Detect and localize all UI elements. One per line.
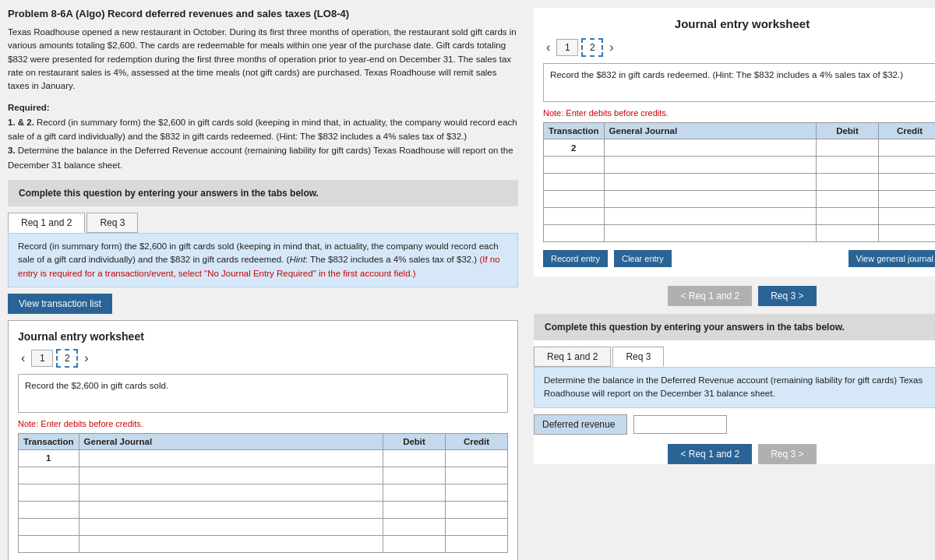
deferred-revenue-row: Deferred revenue <box>534 414 935 435</box>
left-je-row <box>19 501 508 518</box>
left-je-gj-input[interactable] <box>83 470 379 480</box>
right-je-debit-input[interactable] <box>820 178 875 187</box>
left-je-gj-input[interactable] <box>83 453 379 463</box>
right-je-credit-input[interactable] <box>882 229 935 238</box>
right-je-panel: Journal entry worksheet ‹ 1 2 › Record t… <box>534 8 935 276</box>
left-je-prev-btn[interactable]: ‹ <box>18 350 28 367</box>
bottom-right-tab-req3[interactable]: Req 3 <box>612 347 664 367</box>
left-je-gj-input[interactable] <box>83 539 379 548</box>
left-je-credit-input[interactable] <box>449 470 504 480</box>
view-transaction-list-button[interactable]: View transaction list <box>8 294 112 314</box>
right-je-page1[interactable]: 1 <box>556 39 578 56</box>
deferred-revenue-label: Deferred revenue <box>534 414 627 435</box>
blue-info-box: Record (in summary form) the $2,600 in g… <box>8 233 518 287</box>
right-je-row <box>544 208 936 225</box>
deferred-revenue-input[interactable] <box>633 415 727 434</box>
right-je-credit-input[interactable] <box>882 195 935 204</box>
problem-paragraph: Texas Roadhouse opened a new restaurant … <box>8 26 518 93</box>
bottom-prev-nav-button[interactable]: < Req 1 and 2 <box>668 444 752 464</box>
right-je-credit-input[interactable] <box>882 212 935 221</box>
right-je-gj-input[interactable] <box>608 229 813 238</box>
right-top-nav: < Req 1 and 2 Req 3 > <box>534 286 935 306</box>
left-je-credit-input[interactable] <box>449 522 504 531</box>
left-tab-req1and2[interactable]: Req 1 and 2 <box>8 213 85 233</box>
left-tab-req3[interactable]: Req 3 <box>86 213 138 233</box>
red-hint-text: (If no entry is required for a transacti… <box>18 255 500 277</box>
left-je-debit-input[interactable] <box>386 539 442 548</box>
left-je-description: Record the $2,600 in gift cards sold. <box>18 374 508 413</box>
left-je-debit-input[interactable] <box>386 488 442 497</box>
col-credit: Credit <box>446 433 508 449</box>
col-transaction: Transaction <box>19 433 79 449</box>
left-je-gj-input[interactable] <box>83 505 379 514</box>
problem-title: Problem 8-6A (Algo) Record deferred reve… <box>8 8 518 19</box>
right-je-gj-input[interactable] <box>608 143 813 153</box>
right-view-general-journal-button[interactable]: View general journal <box>849 250 935 267</box>
right-je-note: Note: Enter debits before credits. <box>543 108 935 118</box>
bottom-right-nav: < Req 1 and 2 Req 3 > <box>534 444 935 464</box>
left-je-row <box>19 535 508 552</box>
left-je-credit-input[interactable] <box>449 488 504 497</box>
right-col-transaction: Transaction <box>544 123 605 139</box>
right-je-debit-input[interactable] <box>820 212 875 221</box>
left-je-debit-input[interactable] <box>386 505 442 514</box>
right-clear-entry-button[interactable]: Clear entry <box>614 250 672 267</box>
bottom-next-nav-button[interactable]: Req 3 > <box>758 444 816 464</box>
left-je-gj-input[interactable] <box>83 522 379 531</box>
right-je-credit-input[interactable] <box>882 160 935 170</box>
right-je-gj-input[interactable] <box>608 212 813 221</box>
right-je-debit-input[interactable] <box>820 229 875 238</box>
right-je-row <box>544 191 936 208</box>
right-je-next-btn[interactable]: › <box>606 39 616 56</box>
left-je-debit-input[interactable] <box>386 522 442 531</box>
left-tab-bar: Req 1 and 2 Req 3 <box>8 213 518 233</box>
right-next-nav-button-top[interactable]: Req 3 > <box>758 286 816 306</box>
right-je-debit-input[interactable] <box>820 143 875 153</box>
right-je-gj-input[interactable] <box>608 195 813 204</box>
right-je-page2[interactable]: 2 <box>581 38 603 57</box>
left-je-page2[interactable]: 2 <box>56 349 78 368</box>
right-je-debit-input[interactable] <box>820 195 875 204</box>
right-col-general-journal: General Journal <box>604 123 816 139</box>
left-je-row: 1 <box>19 449 508 467</box>
right-je-row <box>544 174 936 191</box>
right-je-description: Record the $832 in gift cards redeemed. … <box>543 63 935 102</box>
left-je-row <box>19 518 508 535</box>
left-je-credit-input[interactable] <box>449 453 504 463</box>
right-action-row: Record entry Clear entry View general jo… <box>543 250 935 267</box>
required-section: Required: 1. & 2. Record (in summary for… <box>8 100 518 172</box>
right-je-row <box>544 157 936 174</box>
bottom-right-instruction: Complete this question by entering your … <box>534 314 935 340</box>
left-je-debit-input[interactable] <box>386 453 442 463</box>
left-je-credit-input[interactable] <box>449 539 504 548</box>
right-je-prev-btn[interactable]: ‹ <box>543 39 553 56</box>
right-col-debit: Debit <box>817 123 879 139</box>
bottom-right-section: Complete this question by entering your … <box>534 314 935 464</box>
right-je-gj-input[interactable] <box>608 178 813 187</box>
left-je-table: Transaction General Journal Debit Credit… <box>18 433 508 553</box>
right-prev-nav-button-top[interactable]: < Req 1 and 2 <box>668 286 752 306</box>
bottom-right-tab-bar: Req 1 and 2 Req 3 <box>534 347 935 367</box>
left-je-title: Journal entry worksheet <box>18 330 508 343</box>
right-je-credit-input[interactable] <box>882 178 935 187</box>
left-je-debit-input[interactable] <box>386 470 442 480</box>
right-je-debit-input[interactable] <box>820 160 875 170</box>
left-je-page1[interactable]: 1 <box>31 350 53 367</box>
left-je-nav: ‹ 1 2 › <box>18 349 508 368</box>
bottom-right-tab-req1and2[interactable]: Req 1 and 2 <box>534 347 611 367</box>
right-je-table: Transaction General Journal Debit Credit… <box>543 122 935 242</box>
left-je-note: Note: Enter debits before credits. <box>18 419 508 428</box>
instruction-box: Complete this question by entering your … <box>8 180 518 206</box>
right-je-title: Journal entry worksheet <box>543 17 935 30</box>
right-record-entry-button[interactable]: Record entry <box>543 250 608 267</box>
left-je-gj-input[interactable] <box>83 488 379 497</box>
left-je-credit-input[interactable] <box>449 505 504 514</box>
left-je-next-btn[interactable]: › <box>81 350 91 367</box>
col-general-journal: General Journal <box>79 433 383 449</box>
left-je-row <box>19 467 508 484</box>
right-je-row <box>544 225 936 242</box>
left-je-row <box>19 484 508 501</box>
right-je-credit-input[interactable] <box>882 143 935 153</box>
right-je-row: 2 <box>544 139 936 157</box>
right-je-gj-input[interactable] <box>608 160 813 170</box>
